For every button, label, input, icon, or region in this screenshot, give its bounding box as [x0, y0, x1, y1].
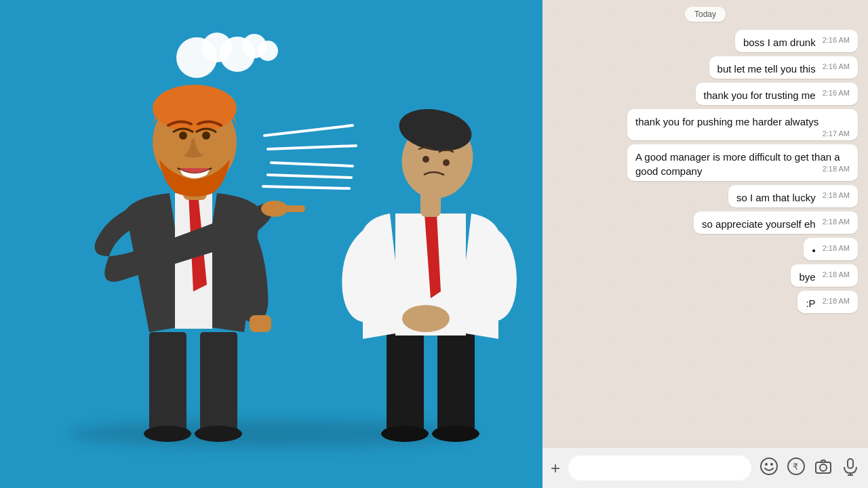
- svg-point-33: [422, 156, 429, 163]
- message-bubble: :P 2:18 AM: [797, 291, 858, 313]
- svg-point-41: [820, 464, 827, 471]
- svg-point-22: [202, 131, 210, 140]
- message-time: 2:16 AM: [823, 37, 850, 44]
- message-time: 2:16 AM: [823, 89, 850, 97]
- message-time: 2:18 AM: [823, 165, 850, 173]
- svg-rect-24: [437, 332, 475, 434]
- mic-icon[interactable]: [841, 457, 860, 480]
- svg-point-25: [381, 426, 429, 442]
- message-time: 2:16 AM: [823, 63, 850, 70]
- svg-rect-42: [848, 459, 853, 468]
- chat-messages: Today boss I am drunk 2:16 AMbut let me …: [542, 0, 868, 447]
- svg-point-34: [443, 159, 450, 166]
- message-input-bar[interactable]: + ₹: [542, 447, 868, 488]
- message-bubble: boss I am drunk 2:16 AM: [735, 30, 858, 52]
- message-time: 2:18 AM: [823, 245, 850, 252]
- rupee-icon[interactable]: ₹: [787, 457, 806, 480]
- message-time: 2:18 AM: [823, 218, 850, 226]
- svg-rect-29: [407, 308, 448, 329]
- message-bubble: so appreciate yourself eh 2:18 AM: [694, 211, 858, 234]
- message-bubble: thank you for pushing me harder alwatys …: [627, 109, 858, 140]
- svg-line-7: [271, 163, 353, 166]
- message-bubble: so I am that lucky 2:18 AM: [728, 185, 858, 207]
- svg-point-36: [765, 463, 768, 466]
- message-input[interactable]: [568, 455, 751, 481]
- svg-rect-10: [149, 332, 186, 434]
- chat-panel: Today boss I am drunk 2:16 AMbut let me …: [542, 0, 868, 488]
- svg-point-13: [195, 426, 242, 442]
- svg-point-21: [179, 131, 187, 140]
- svg-point-35: [761, 458, 777, 474]
- message-bubble: thank you for trusting me 2:16 AM: [696, 83, 858, 105]
- svg-point-37: [770, 463, 773, 466]
- svg-line-9: [263, 186, 349, 188]
- svg-line-6: [268, 146, 356, 149]
- message-time: 2:17 AM: [823, 130, 850, 138]
- message-bubble: A good manager is more difficult to get …: [627, 144, 858, 181]
- message-time: 2:18 AM: [823, 192, 850, 199]
- message-time: 2:18 AM: [823, 271, 850, 279]
- message-bubble: • 2:18 AM: [804, 238, 858, 260]
- svg-line-8: [268, 175, 351, 178]
- plus-icon[interactable]: +: [551, 459, 560, 478]
- svg-rect-23: [387, 332, 424, 434]
- svg-point-12: [144, 426, 191, 442]
- svg-point-4: [258, 41, 278, 61]
- camera-icon[interactable]: [814, 457, 833, 480]
- emoji-icon[interactable]: [760, 457, 778, 480]
- illustration-panel: [0, 0, 542, 488]
- date-badge: Today: [685, 7, 726, 22]
- svg-rect-11: [200, 332, 237, 434]
- svg-line-5: [264, 125, 353, 136]
- svg-rect-16: [281, 205, 305, 212]
- svg-point-26: [432, 426, 479, 442]
- message-time: 2:18 AM: [823, 298, 850, 305]
- message-bubble: bye 2:18 AM: [791, 264, 858, 287]
- svg-rect-17: [250, 315, 271, 332]
- svg-text:₹: ₹: [793, 462, 798, 472]
- message-bubble: but let me tell you this 2:16 AM: [709, 56, 858, 79]
